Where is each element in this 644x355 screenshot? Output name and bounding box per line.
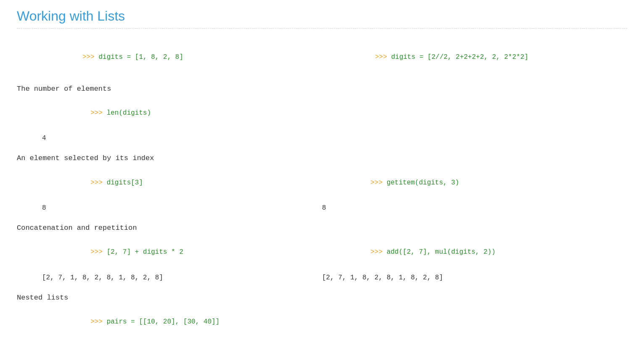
nested-row: >>> pairs = [[10, 20], [30, 40]] >>> pai…: [17, 305, 627, 355]
prompt: >>>: [90, 109, 106, 117]
code-line: >>> digits[3]: [42, 166, 322, 200]
code-line: >>> [2, 7] + digits * 2: [42, 235, 322, 270]
concat-right: >>> add([2, 7], mul(digits, 2)) [2, 7, 1…: [322, 235, 627, 284]
top-divider: [17, 28, 627, 29]
index-right: >>> getitem(digits, 3) 8: [322, 166, 627, 214]
code-text: digits = [1, 8, 2, 8]: [98, 53, 183, 61]
nested-left: >>> pairs = [[10, 20], [30, 40]] >>> pai…: [17, 305, 322, 355]
prompt: >>>: [370, 248, 386, 256]
prompt: >>>: [370, 179, 386, 187]
index-left: >>> digits[3] 8: [17, 166, 322, 214]
result-line: 8: [322, 202, 627, 214]
code-line: >>> pairs[1]: [42, 342, 322, 355]
section-label-length: The number of elements: [17, 85, 627, 93]
code-line: >>> add([2, 7], mul(digits, 2)): [322, 235, 627, 270]
result-line: [2, 7, 1, 8, 2, 8, 1, 8, 2, 8]: [42, 272, 322, 284]
intro-left: >>> digits = [1, 8, 2, 8]: [42, 40, 335, 75]
length-right: [322, 96, 627, 145]
prompt: >>>: [90, 179, 106, 187]
index-row: >>> digits[3] 8 >>> getitem(digits, 3) 8: [17, 166, 627, 214]
intro-row: >>> digits = [1, 8, 2, 8] >>> digits = […: [42, 40, 627, 75]
section-label-concat: Concatenation and repetition: [17, 224, 627, 232]
code-line: >>> pairs = [[10, 20], [30, 40]]: [42, 305, 322, 339]
content-area: >>> digits = [1, 8, 2, 8] >>> digits = […: [17, 40, 627, 355]
prompt: >>>: [90, 248, 106, 256]
length-left: >>> len(digits) 4: [17, 96, 322, 145]
code-text: digits[3]: [107, 179, 143, 187]
result-line: [2, 7, 1, 8, 2, 8, 1, 8, 2, 8]: [322, 272, 627, 284]
length-row: >>> len(digits) 4: [17, 96, 627, 145]
prompt: >>>: [82, 53, 98, 61]
code-text: len(digits): [107, 109, 151, 117]
result-line: 4: [42, 133, 322, 144]
prompt: >>>: [90, 318, 106, 326]
code-text: digits = [2//2, 2+2+2+2, 2, 2*2*2]: [391, 53, 528, 61]
code-text: add([2, 7], mul(digits, 2)): [387, 248, 496, 256]
code-line: >>> getitem(digits, 3): [322, 166, 627, 200]
code-line: >>> digits = [1, 8, 2, 8]: [42, 40, 335, 75]
intro-right: >>> digits = [2//2, 2+2+2+2, 2, 2*2*2]: [335, 40, 627, 75]
section-index: An element selected by its index >>> dig…: [17, 154, 627, 214]
code-line: >>> digits = [2//2, 2+2+2+2, 2, 2*2*2]: [335, 40, 627, 75]
nested-right: [322, 305, 627, 355]
section-length: The number of elements >>> len(digits) 4: [17, 85, 627, 145]
section-label-nested: Nested lists: [17, 294, 627, 302]
concat-row: >>> [2, 7] + digits * 2 [2, 7, 1, 8, 2, …: [17, 235, 627, 284]
code-text: pairs = [[10, 20], [30, 40]]: [107, 318, 220, 326]
page-title: Working with Lists: [17, 8, 627, 24]
section-nested: Nested lists >>> pairs = [[10, 20], [30,…: [17, 294, 627, 355]
result-line: 8: [42, 202, 322, 214]
concat-left: >>> [2, 7] + digits * 2 [2, 7, 1, 8, 2, …: [17, 235, 322, 284]
section-label-index: An element selected by its index: [17, 154, 627, 162]
page-container: Working with Lists >>> digits = [1, 8, 2…: [0, 0, 644, 355]
prompt: >>>: [375, 53, 391, 61]
code-text: [2, 7] + digits * 2: [107, 248, 183, 256]
code-text: getitem(digits, 3): [387, 179, 459, 187]
section-concat: Concatenation and repetition >>> [2, 7] …: [17, 224, 627, 284]
code-line: >>> len(digits): [42, 96, 322, 131]
